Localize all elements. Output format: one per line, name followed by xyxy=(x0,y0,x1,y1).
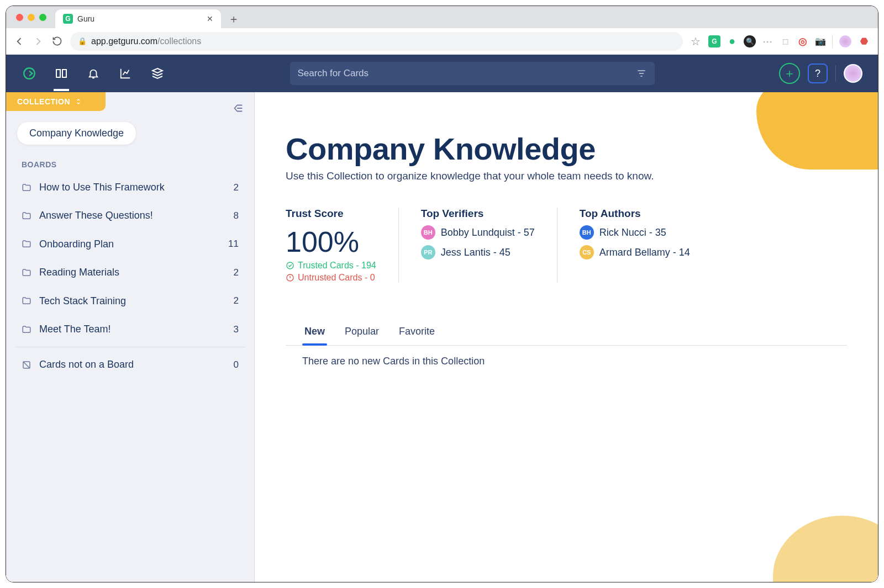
person-avatar-icon: PR xyxy=(421,245,435,259)
app-header: ＋ ? xyxy=(6,55,878,92)
board-label: Answer These Questions! xyxy=(39,209,226,222)
person-row[interactable]: BHRick Nucci - 35 xyxy=(580,225,690,240)
forward-button[interactable] xyxy=(33,36,44,47)
person-text: Jess Lantis - 45 xyxy=(441,247,511,258)
browser-tab-title: Guru xyxy=(77,14,202,23)
back-button[interactable] xyxy=(14,36,25,47)
collapse-sidebar-button[interactable] xyxy=(232,92,254,114)
ext-more-icon[interactable]: ⋯ xyxy=(761,35,774,47)
browser-tab[interactable]: G Guru ✕ xyxy=(55,9,221,28)
new-tab-button[interactable]: ＋ xyxy=(225,9,242,28)
browser-nav-bar: 🔒 app.getguru.com/collections ☆ G ● 🔍 ⋯ … xyxy=(6,28,878,55)
boards-section-label: BOARDS xyxy=(6,145,254,173)
ext-spiral-icon[interactable]: ◎ xyxy=(797,35,809,47)
filter-icon[interactable] xyxy=(636,68,647,79)
board-count: 2 xyxy=(234,295,239,306)
traffic-lights xyxy=(12,6,51,28)
ext-chat-icon[interactable]: ● xyxy=(726,35,738,47)
board-item[interactable]: Answer These Questions!8 xyxy=(15,202,245,230)
board-item[interactable]: Reading Materials2 xyxy=(15,258,245,287)
person-text: Rick Nucci - 35 xyxy=(599,227,666,239)
url-bar[interactable]: 🔒 app.getguru.com/collections xyxy=(70,32,683,51)
sidebar: COLLECTION Company Knowledge BOARDS How … xyxy=(6,92,255,582)
create-button[interactable]: ＋ xyxy=(779,63,800,84)
board-label: Reading Materials xyxy=(39,266,226,279)
ext-guru-icon[interactable]: G xyxy=(708,35,720,47)
alert-circle-icon xyxy=(286,273,294,282)
folder-icon xyxy=(22,296,31,306)
empty-state-message: There are no new Cards in this Collectio… xyxy=(286,346,847,377)
ext-search-icon[interactable]: 🔍 xyxy=(744,35,756,47)
person-avatar-icon: BH xyxy=(421,225,435,240)
nav-analytics[interactable] xyxy=(118,66,133,81)
extension-tray: G ● 🔍 ⋯ ⬚ ◎ 📷 ⬣ xyxy=(708,34,870,49)
divider xyxy=(15,347,245,347)
top-authors-label: Top Authors xyxy=(580,208,690,220)
reload-button[interactable] xyxy=(51,36,62,47)
board-count: 2 xyxy=(234,182,239,193)
tab-popular[interactable]: Popular xyxy=(343,321,381,345)
lock-icon: 🔒 xyxy=(78,37,87,45)
trusted-cards-line: Trusted Cards - 194 xyxy=(286,261,376,271)
ext-shape-icon[interactable]: ⬚ xyxy=(779,35,791,47)
board-count: 3 xyxy=(234,324,239,335)
person-row[interactable]: BHBobby Lundquist - 57 xyxy=(421,225,535,240)
board-count: 8 xyxy=(234,210,239,221)
tab-close-icon[interactable]: ✕ xyxy=(207,14,213,23)
window-min-icon[interactable] xyxy=(28,14,35,21)
page-subtitle: Use this Collection to organize knowledg… xyxy=(286,170,847,182)
ext-shield-icon[interactable]: ⬣ xyxy=(858,35,870,47)
browser-profile-avatar[interactable] xyxy=(838,34,853,49)
window-max-icon[interactable] xyxy=(39,14,46,21)
chevron-updown-icon xyxy=(75,98,82,105)
guru-logo-icon[interactable] xyxy=(22,66,37,81)
nav-stacks[interactable] xyxy=(150,66,165,81)
board-label: Tech Stack Training xyxy=(39,295,226,308)
board-item[interactable]: Tech Stack Training2 xyxy=(15,287,245,315)
main-panel: Company Knowledge Use this Collection to… xyxy=(255,92,878,582)
board-label: Cards not on a Board xyxy=(39,358,226,371)
browser-tab-bar: G Guru ✕ ＋ xyxy=(6,6,878,28)
person-text: Bobby Lundquist - 57 xyxy=(441,227,535,239)
untrusted-cards-line: Untrusted Cards - 0 xyxy=(286,273,376,283)
board-item[interactable]: Onboarding Plan11 xyxy=(15,230,245,258)
folder-icon xyxy=(22,268,31,278)
collection-pill[interactable]: Company Knowledge xyxy=(17,122,136,145)
folder-icon xyxy=(22,211,31,221)
page-title: Company Knowledge xyxy=(286,131,847,167)
window-close-icon[interactable] xyxy=(16,14,23,21)
search-input[interactable] xyxy=(298,68,630,79)
ext-camera-icon[interactable]: 📷 xyxy=(814,35,827,47)
check-circle-icon xyxy=(286,261,294,270)
board-label: How to Use This Framework xyxy=(39,181,226,194)
unassigned-cards-item[interactable]: Cards not on a Board0 xyxy=(15,351,245,379)
top-verifiers-block: Top Verifiers BHBobby Lundquist - 57PRJe… xyxy=(398,208,557,283)
folder-icon xyxy=(22,325,31,335)
top-verifiers-label: Top Verifiers xyxy=(421,208,535,220)
person-avatar-icon: CS xyxy=(580,245,594,259)
nav-library[interactable] xyxy=(54,66,69,81)
tab-favorite[interactable]: Favorite xyxy=(397,321,437,345)
person-row[interactable]: CSArmard Bellamy - 14 xyxy=(580,245,690,259)
person-text: Armard Bellamy - 14 xyxy=(599,247,690,258)
url-text: app.getguru.com/collections xyxy=(91,36,201,46)
divider xyxy=(835,65,836,82)
tab-new[interactable]: New xyxy=(302,321,327,345)
search-box[interactable] xyxy=(290,62,655,85)
bookmark-star-icon[interactable]: ☆ xyxy=(691,35,701,48)
board-count: 0 xyxy=(234,359,239,370)
cards-icon xyxy=(22,360,31,370)
board-label: Meet The Team! xyxy=(39,323,226,336)
person-row[interactable]: PRJess Lantis - 45 xyxy=(421,245,535,259)
help-button[interactable]: ? xyxy=(808,63,828,83)
trust-score-label: Trust Score xyxy=(286,208,376,220)
user-avatar[interactable] xyxy=(844,64,862,83)
board-item[interactable]: How to Use This Framework2 xyxy=(15,173,245,202)
collection-label: COLLECTION xyxy=(17,97,70,106)
guru-favicon-icon: G xyxy=(63,14,73,24)
collection-header[interactable]: COLLECTION xyxy=(6,92,106,111)
nav-notifications[interactable] xyxy=(86,66,101,81)
divider xyxy=(832,35,833,48)
board-item[interactable]: Meet The Team!3 xyxy=(15,315,245,343)
folder-icon xyxy=(22,183,31,193)
